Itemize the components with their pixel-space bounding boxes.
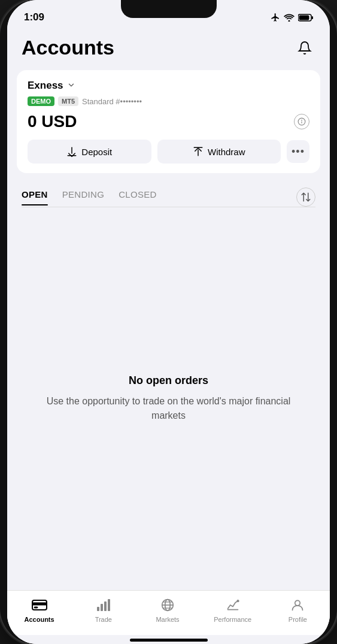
phone-frame: 1:09 [0,0,337,644]
empty-state-subtitle: Use the opportunity to trade on the worl… [31,394,306,423]
account-badges: DEMO MT5 Standard #•••••••• [28,96,309,106]
svg-rect-13 [108,599,110,611]
tabs-container: OPEN PENDING CLOSED [7,178,330,207]
nav-profile[interactable]: Profile [280,597,315,623]
nav-performance[interactable]: Performance [214,597,251,623]
accounts-nav-icon [31,597,48,613]
empty-state-title: No open orders [129,374,208,387]
performance-nav-icon [224,597,241,613]
home-indicator [7,635,330,644]
svg-rect-10 [97,607,99,611]
main-content: Accounts Exness DEMO [7,30,330,644]
trade-nav-icon [95,597,112,613]
page-title: Accounts [22,36,114,59]
trade-nav-label: Trade [95,616,112,623]
withdraw-icon [193,146,204,157]
deposit-icon [66,146,77,157]
wifi-icon [284,13,295,22]
profile-nav-icon [289,597,306,613]
phone-screen: 1:09 [7,0,330,644]
status-icons [271,13,313,22]
withdraw-button[interactable]: Withdraw [157,140,281,164]
nav-trade[interactable]: Trade [86,597,122,623]
more-options-button[interactable]: ••• [287,140,309,163]
nav-markets[interactable]: Markets [150,597,186,623]
account-card: Exness DEMO MT5 Standard #•••••••• 0 USD [17,70,320,173]
svg-rect-8 [32,603,47,605]
svg-rect-2 [312,16,314,19]
broker-name: Exness [28,80,63,92]
nav-accounts[interactable]: Accounts [22,597,57,623]
svg-rect-9 [34,607,38,608]
header: Accounts [7,30,330,65]
demo-badge: DEMO [28,96,54,106]
tab-open[interactable]: OPEN [22,189,48,205]
airplane-icon [271,13,280,22]
account-balance: 0 USD [28,112,77,131]
order-tabs: OPEN PENDING CLOSED [22,189,282,205]
markets-nav-icon [159,597,176,613]
sort-icon [300,192,311,202]
account-header: Exness [28,80,309,92]
accounts-nav-label: Accounts [25,616,54,623]
info-button[interactable] [294,114,309,129]
svg-point-21 [295,600,300,605]
profile-nav-label: Profile [289,616,307,623]
markets-nav-label: Markets [156,616,179,623]
performance-nav-label: Performance [214,616,251,623]
notification-bell-button[interactable] [294,37,315,59]
tab-pending[interactable]: PENDING [62,189,104,205]
status-time: 1:09 [24,11,44,23]
svg-rect-20 [227,609,238,610]
balance-row: 0 USD [28,112,309,131]
svg-rect-11 [101,604,103,611]
account-actions: Deposit Withdraw ••• [28,140,309,164]
deposit-button[interactable]: Deposit [28,140,151,164]
notch [121,0,217,18]
sort-button[interactable] [296,188,315,207]
bell-icon [297,41,312,55]
tab-closed[interactable]: CLOSED [119,189,157,205]
broker-dropdown-icon[interactable] [67,81,75,91]
empty-state: No open orders Use the opportunity to tr… [7,207,330,590]
mt5-badge: MT5 [58,96,78,106]
svg-rect-3 [299,15,309,20]
battery-icon [298,14,313,22]
svg-point-19 [236,600,239,602]
svg-rect-12 [104,601,107,611]
account-type: Standard #•••••••• [82,97,142,106]
bottom-nav: Accounts Trade [7,590,330,635]
home-bar [130,639,208,642]
svg-point-0 [289,20,290,22]
